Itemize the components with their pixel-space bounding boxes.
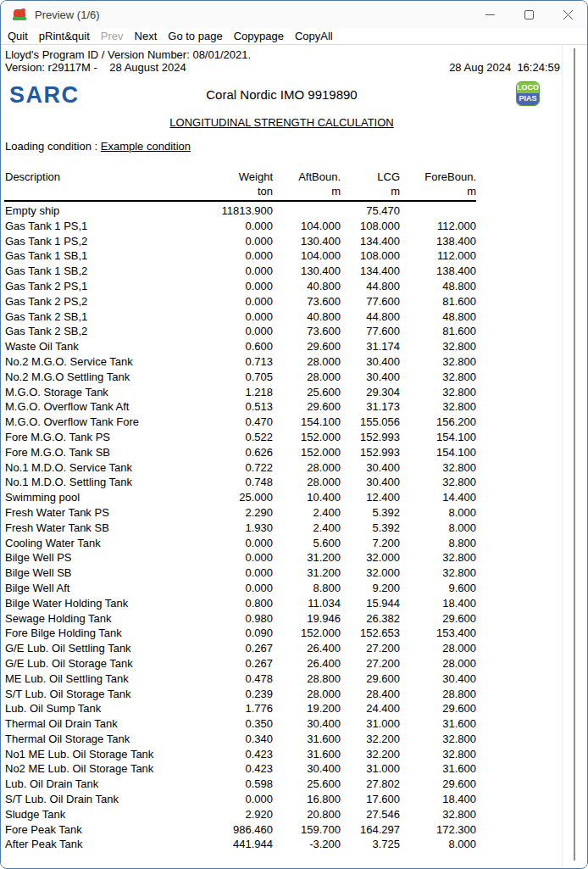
cell-value: 138.400 bbox=[400, 234, 476, 249]
table-row: Gas Tank 1 SB,20.000130.400134.400138.40… bbox=[5, 264, 476, 279]
table-row: Sewage Holding Tank0.98019.94626.38229.6… bbox=[5, 611, 476, 627]
table-row: Cooling Water Tank0.0005.6007.2008.800 bbox=[5, 536, 476, 551]
cell-description: Sludge Tank bbox=[5, 807, 205, 822]
cell-value: 28.400 bbox=[341, 687, 400, 702]
cell-description: Sewage Holding Tank bbox=[5, 611, 205, 627]
cell-value: 152.000 bbox=[273, 626, 341, 641]
cell-value: 138.400 bbox=[400, 264, 476, 279]
loading-condition-label: Loading condition : bbox=[5, 140, 101, 153]
table-row: ME Lub. Oil Settling Tank0.47828.80029.6… bbox=[5, 671, 476, 687]
cell-value: 130.400 bbox=[273, 234, 341, 249]
cell-value: 32.800 bbox=[400, 475, 476, 490]
cell-description: No.2 M.G.O. Service Tank bbox=[5, 354, 205, 370]
cell-description: Fore Peak Tank bbox=[5, 822, 205, 838]
maximize-button[interactable] bbox=[509, 1, 548, 28]
table-row: Gas Tank 2 SB,10.00040.80044.80048.800 bbox=[5, 309, 476, 325]
table-row: Waste Oil Tank0.60029.60031.17432.800 bbox=[5, 339, 476, 354]
table-row: Bilge Well SB0.00031.20032.00032.800 bbox=[5, 565, 476, 581]
cell-value: 152.000 bbox=[273, 445, 341, 460]
cell-description: S/T Lub. Oil Drain Tank bbox=[5, 792, 205, 807]
report-page: Lloyd's Program ID / Version Number: 08/… bbox=[1, 45, 587, 867]
version-text: Version: r29117M - 28 August 2024 bbox=[5, 61, 186, 74]
cell-description: M.G.O. Storage Tank bbox=[5, 385, 205, 400]
cell-value: 32.000 bbox=[341, 550, 400, 565]
menu-prev[interactable]: Prev bbox=[101, 30, 124, 42]
menu-print-quit[interactable]: pRint&quit bbox=[39, 30, 90, 42]
cell-value: 0.000 bbox=[205, 536, 273, 551]
cell-value: 152.653 bbox=[341, 626, 400, 641]
cell-value: 0.000 bbox=[205, 279, 273, 294]
cell-value: 0.267 bbox=[205, 656, 273, 671]
table-row: G/E Lub. Oil Storage Tank0.26726.40027.2… bbox=[5, 656, 476, 671]
cell-value: 29.600 bbox=[273, 399, 341, 415]
report-heading: LONGITUDINAL STRENGTH CALCULATION bbox=[1, 116, 563, 129]
cell-value: 28.000 bbox=[273, 687, 341, 702]
scrollbar-thumb[interactable] bbox=[574, 48, 575, 861]
cell-value: 29.304 bbox=[341, 385, 400, 400]
menu-copyall[interactable]: CopyAll bbox=[295, 30, 333, 42]
cell-value: 32.800 bbox=[400, 399, 476, 415]
cell-description: Fore Bilge Holding Tank bbox=[5, 626, 205, 641]
minimize-button[interactable] bbox=[470, 1, 509, 28]
cell-value: 18.400 bbox=[400, 792, 476, 807]
cell-description: No.2 M.G.O Settling Tank bbox=[5, 370, 205, 385]
datetime-text: 28 Aug 2024 16:24:59 bbox=[449, 61, 560, 74]
cell-value: 0.000 bbox=[205, 581, 273, 596]
cell-value: 0.423 bbox=[205, 747, 273, 762]
menu-go-to-page[interactable]: Go to page bbox=[168, 30, 222, 42]
table-row: Fore Bilge Holding Tank0.090152.000152.6… bbox=[5, 626, 476, 641]
cell-value: 73.600 bbox=[273, 324, 341, 339]
cell-description: Gas Tank 1 SB,1 bbox=[5, 248, 205, 264]
table-row: Fore M.G.O. Tank SB0.626152.000152.99315… bbox=[5, 445, 476, 460]
cell-value: 28.000 bbox=[273, 354, 341, 370]
table-row: Fore M.G.O. Tank PS0.522152.000152.99315… bbox=[5, 430, 476, 445]
cell-value: 28.000 bbox=[273, 475, 341, 490]
cell-value: 32.800 bbox=[400, 460, 476, 476]
table-row: Empty ship11813.90075.470 bbox=[5, 203, 476, 219]
menu-quit[interactable]: Quit bbox=[8, 30, 28, 42]
cell-value: 32.200 bbox=[341, 747, 400, 762]
cell-value: 29.600 bbox=[273, 339, 341, 354]
cell-value: 112.000 bbox=[400, 248, 476, 264]
cell-description: S/T Lub. Oil Storage Tank bbox=[5, 687, 205, 702]
table-row: No.1 M.D.O. Service Tank0.72228.00030.40… bbox=[5, 460, 476, 476]
cell-description: Gas Tank 2 PS,2 bbox=[5, 294, 205, 309]
loading-condition-line: Loading condition : Example condition bbox=[5, 140, 191, 153]
version-line: Version: r29117M - 28 August 2024 28 Aug… bbox=[5, 61, 560, 74]
menu-copypage[interactable]: Copypage bbox=[234, 30, 284, 42]
col-lcg: LCG bbox=[341, 170, 400, 185]
cell-value: 18.400 bbox=[400, 596, 476, 611]
close-button[interactable] bbox=[548, 1, 587, 28]
table-row: Swimming pool25.00010.40012.40014.400 bbox=[5, 490, 476, 505]
cell-description: Fore M.G.O. Tank SB bbox=[5, 445, 205, 460]
cell-description: No.1 M.D.O. Settling Tank bbox=[5, 475, 205, 490]
cell-value: 30.400 bbox=[341, 370, 400, 385]
unit-m-lcg: m bbox=[341, 185, 400, 198]
cell-value: 0.000 bbox=[205, 248, 273, 264]
cell-value: 5.392 bbox=[341, 505, 400, 521]
cell-value: 31.600 bbox=[273, 747, 341, 762]
cell-value: 12.400 bbox=[341, 490, 400, 505]
table-row: Lub. Oil Drain Tank0.59825.60027.80229.6… bbox=[5, 777, 476, 792]
cell-value: 26.400 bbox=[273, 656, 341, 671]
table-row: M.G.O. Overflow Tank Fore0.470154.100155… bbox=[5, 415, 476, 430]
cell-value: 40.800 bbox=[273, 279, 341, 294]
cell-value: 28.000 bbox=[273, 460, 341, 476]
col-aftboun: AftBoun. bbox=[273, 170, 341, 185]
cell-value: 32.800 bbox=[400, 565, 476, 581]
cell-value: 32.800 bbox=[400, 747, 476, 762]
cell-value: 75.470 bbox=[341, 203, 400, 219]
cell-value: 73.600 bbox=[273, 294, 341, 309]
cell-value: 5.600 bbox=[273, 536, 341, 551]
cell-value: 31.174 bbox=[341, 339, 400, 354]
unit-ton: ton bbox=[205, 185, 273, 198]
menu-next[interactable]: Next bbox=[135, 30, 158, 42]
cell-value: 0.598 bbox=[205, 777, 273, 792]
cell-value: 112.000 bbox=[400, 219, 476, 234]
cell-value: 0.000 bbox=[205, 792, 273, 807]
table-row: Gas Tank 2 SB,20.00073.60077.60081.600 bbox=[5, 324, 476, 339]
cell-value: 9.200 bbox=[341, 581, 400, 596]
cell-value: 32.800 bbox=[400, 732, 476, 747]
cell-value: 0.267 bbox=[205, 641, 273, 656]
cell-value: 130.400 bbox=[273, 264, 341, 279]
